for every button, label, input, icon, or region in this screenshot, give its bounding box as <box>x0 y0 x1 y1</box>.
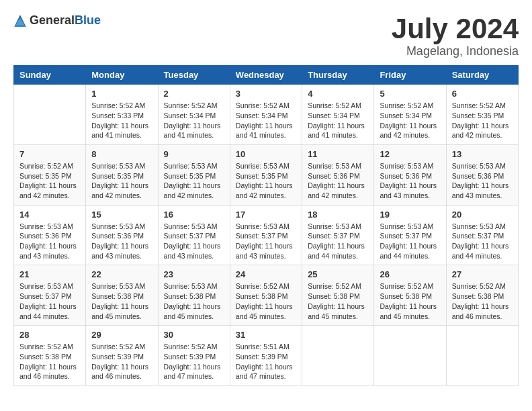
day-number: 29 <box>91 330 152 340</box>
day-number: 8 <box>91 149 152 159</box>
day-cell: 2Sunrise: 5:52 AM Sunset: 5:34 PM Daylig… <box>158 85 230 145</box>
day-cell: 19Sunrise: 5:53 AM Sunset: 5:37 PM Dayli… <box>374 205 446 265</box>
day-number: 1 <box>91 89 152 99</box>
day-cell: 31Sunrise: 5:51 AM Sunset: 5:39 PM Dayli… <box>230 326 302 386</box>
day-info: Sunrise: 5:52 AM Sunset: 5:33 PM Dayligh… <box>91 101 152 140</box>
day-number: 24 <box>236 269 296 279</box>
day-number: 21 <box>19 269 80 279</box>
day-cell: 20Sunrise: 5:53 AM Sunset: 5:37 PM Dayli… <box>446 205 518 265</box>
day-cell: 4Sunrise: 5:52 AM Sunset: 5:34 PM Daylig… <box>302 85 374 145</box>
day-info: Sunrise: 5:52 AM Sunset: 5:38 PM Dayligh… <box>308 281 368 321</box>
logo: GeneralBlue <box>13 13 101 28</box>
page-header: GeneralBlue July 2024 Magelang, Indonesi… <box>13 13 519 58</box>
day-number: 27 <box>452 269 513 279</box>
day-number: 12 <box>380 149 440 159</box>
day-cell: 13Sunrise: 5:53 AM Sunset: 5:36 PM Dayli… <box>446 144 518 205</box>
day-info: Sunrise: 5:53 AM Sunset: 5:37 PM Dayligh… <box>19 281 80 321</box>
day-info: Sunrise: 5:53 AM Sunset: 5:35 PM Dayligh… <box>164 161 224 201</box>
week-row-3: 14Sunrise: 5:53 AM Sunset: 5:36 PM Dayli… <box>14 205 519 265</box>
day-cell: 21Sunrise: 5:53 AM Sunset: 5:37 PM Dayli… <box>14 265 86 326</box>
day-info: Sunrise: 5:52 AM Sunset: 5:34 PM Dayligh… <box>236 101 296 140</box>
day-cell: 7Sunrise: 5:52 AM Sunset: 5:35 PM Daylig… <box>14 144 86 205</box>
logo-text-blue: Blue <box>75 13 101 27</box>
calendar-table: SundayMondayTuesdayWednesdayThursdayFrid… <box>13 65 519 386</box>
day-number: 30 <box>164 330 224 340</box>
day-number: 5 <box>380 89 440 99</box>
day-cell: 16Sunrise: 5:53 AM Sunset: 5:37 PM Dayli… <box>158 205 230 265</box>
day-info: Sunrise: 5:52 AM Sunset: 5:39 PM Dayligh… <box>91 342 152 381</box>
day-cell: 30Sunrise: 5:52 AM Sunset: 5:39 PM Dayli… <box>158 326 230 386</box>
day-info: Sunrise: 5:52 AM Sunset: 5:38 PM Dayligh… <box>380 281 440 321</box>
day-info: Sunrise: 5:53 AM Sunset: 5:36 PM Dayligh… <box>452 161 513 201</box>
day-info: Sunrise: 5:53 AM Sunset: 5:37 PM Dayligh… <box>164 222 224 261</box>
day-number: 13 <box>452 149 513 159</box>
day-cell: 3Sunrise: 5:52 AM Sunset: 5:34 PM Daylig… <box>230 85 302 145</box>
day-info: Sunrise: 5:51 AM Sunset: 5:39 PM Dayligh… <box>236 342 296 381</box>
day-number: 18 <box>308 210 368 220</box>
logo-icon <box>13 14 27 28</box>
day-number: 31 <box>236 330 296 340</box>
day-cell: 12Sunrise: 5:53 AM Sunset: 5:36 PM Dayli… <box>374 144 446 205</box>
day-info: Sunrise: 5:52 AM Sunset: 5:38 PM Dayligh… <box>236 281 296 321</box>
day-info: Sunrise: 5:53 AM Sunset: 5:37 PM Dayligh… <box>452 222 513 261</box>
day-number: 16 <box>164 210 224 220</box>
header-tuesday: Tuesday <box>158 66 230 85</box>
header-wednesday: Wednesday <box>230 66 302 85</box>
day-number: 3 <box>236 89 296 99</box>
day-info: Sunrise: 5:53 AM Sunset: 5:37 PM Dayligh… <box>236 222 296 261</box>
day-info: Sunrise: 5:53 AM Sunset: 5:38 PM Dayligh… <box>91 281 152 321</box>
day-cell: 23Sunrise: 5:53 AM Sunset: 5:38 PM Dayli… <box>158 265 230 326</box>
day-number: 6 <box>452 89 513 99</box>
day-info: Sunrise: 5:52 AM Sunset: 5:34 PM Dayligh… <box>308 101 368 140</box>
day-info: Sunrise: 5:53 AM Sunset: 5:36 PM Dayligh… <box>91 222 152 261</box>
day-info: Sunrise: 5:53 AM Sunset: 5:37 PM Dayligh… <box>308 222 368 261</box>
day-info: Sunrise: 5:53 AM Sunset: 5:36 PM Dayligh… <box>380 161 440 201</box>
title-section: July 2024 Magelang, Indonesia <box>392 13 519 58</box>
month-year-title: July 2024 <box>392 13 519 44</box>
day-number: 11 <box>308 149 368 159</box>
day-info: Sunrise: 5:53 AM Sunset: 5:36 PM Dayligh… <box>19 222 80 261</box>
day-cell: 22Sunrise: 5:53 AM Sunset: 5:38 PM Dayli… <box>86 265 158 326</box>
day-cell: 8Sunrise: 5:53 AM Sunset: 5:35 PM Daylig… <box>86 144 158 205</box>
header-saturday: Saturday <box>446 66 518 85</box>
svg-marker-1 <box>15 17 26 26</box>
day-info: Sunrise: 5:53 AM Sunset: 5:36 PM Dayligh… <box>308 161 368 201</box>
day-cell: 15Sunrise: 5:53 AM Sunset: 5:36 PM Dayli… <box>86 205 158 265</box>
day-cell: 27Sunrise: 5:52 AM Sunset: 5:38 PM Dayli… <box>446 265 518 326</box>
day-info: Sunrise: 5:53 AM Sunset: 5:38 PM Dayligh… <box>164 281 224 321</box>
day-info: Sunrise: 5:53 AM Sunset: 5:37 PM Dayligh… <box>380 222 440 261</box>
day-number: 9 <box>164 149 224 159</box>
day-number: 2 <box>164 89 224 99</box>
day-cell: 26Sunrise: 5:52 AM Sunset: 5:38 PM Dayli… <box>374 265 446 326</box>
day-cell: 9Sunrise: 5:53 AM Sunset: 5:35 PM Daylig… <box>158 144 230 205</box>
day-info: Sunrise: 5:52 AM Sunset: 5:35 PM Dayligh… <box>19 161 80 201</box>
logo-text-general: General <box>30 13 75 27</box>
day-cell: 6Sunrise: 5:52 AM Sunset: 5:35 PM Daylig… <box>446 85 518 145</box>
day-info: Sunrise: 5:52 AM Sunset: 5:34 PM Dayligh… <box>380 101 440 140</box>
day-cell <box>446 326 518 386</box>
header-sunday: Sunday <box>14 66 86 85</box>
day-number: 10 <box>236 149 296 159</box>
day-cell: 14Sunrise: 5:53 AM Sunset: 5:36 PM Dayli… <box>14 205 86 265</box>
day-number: 15 <box>91 210 152 220</box>
day-number: 28 <box>19 330 80 340</box>
header-row: SundayMondayTuesdayWednesdayThursdayFrid… <box>14 66 519 85</box>
day-cell: 11Sunrise: 5:53 AM Sunset: 5:36 PM Dayli… <box>302 144 374 205</box>
day-info: Sunrise: 5:52 AM Sunset: 5:38 PM Dayligh… <box>452 281 513 321</box>
day-cell: 1Sunrise: 5:52 AM Sunset: 5:33 PM Daylig… <box>86 85 158 145</box>
header-friday: Friday <box>374 66 446 85</box>
location-title: Magelang, Indonesia <box>392 44 519 58</box>
day-cell: 5Sunrise: 5:52 AM Sunset: 5:34 PM Daylig… <box>374 85 446 145</box>
day-info: Sunrise: 5:52 AM Sunset: 5:35 PM Dayligh… <box>452 101 513 140</box>
day-number: 19 <box>380 210 440 220</box>
day-number: 25 <box>308 269 368 279</box>
day-cell <box>302 326 374 386</box>
header-monday: Monday <box>86 66 158 85</box>
day-number: 23 <box>164 269 224 279</box>
day-info: Sunrise: 5:52 AM Sunset: 5:39 PM Dayligh… <box>164 342 224 381</box>
day-number: 26 <box>380 269 440 279</box>
day-info: Sunrise: 5:52 AM Sunset: 5:38 PM Dayligh… <box>19 342 80 381</box>
day-cell: 10Sunrise: 5:53 AM Sunset: 5:35 PM Dayli… <box>230 144 302 205</box>
week-row-1: 1Sunrise: 5:52 AM Sunset: 5:33 PM Daylig… <box>14 85 519 145</box>
day-cell: 24Sunrise: 5:52 AM Sunset: 5:38 PM Dayli… <box>230 265 302 326</box>
